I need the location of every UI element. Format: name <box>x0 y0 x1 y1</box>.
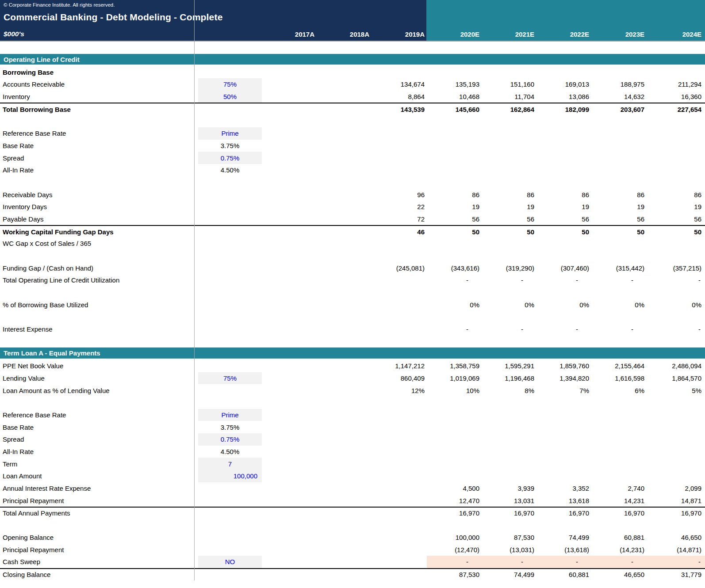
row-closing-balance: Closing Balance87,53074,49960,88146,6503… <box>0 568 705 580</box>
cell-principal-repayment-schedule-2019A <box>372 494 427 507</box>
cell-spread-tla-2022E <box>536 433 591 446</box>
cell-reference-base-rate-loc-2021E <box>482 127 536 140</box>
cell-spacer-top-2018A <box>317 42 372 54</box>
cell-pct-borrowing-base-utilized-2018A <box>317 298 372 311</box>
cell-annual-interest-rate-expense-2022E: 3,352 <box>536 482 591 495</box>
cell-total-borrowing-base-2023E: 203,607 <box>591 103 647 115</box>
cell-loan-amount-pct-of-lending-value-2020E: 10% <box>427 384 482 397</box>
input-value-term[interactable]: 7 <box>198 458 262 470</box>
cell-inventory-days-2024E: 19 <box>647 201 705 213</box>
cell-wc-gap-x-cost-2024E <box>647 237 705 250</box>
cell-spread-loc-2020E <box>427 152 482 164</box>
input-cell-loan-amount-pct-of-lending-value <box>195 384 262 397</box>
input-value-accounts-receivable[interactable]: 75% <box>198 78 262 91</box>
cell-spacer-3-2020E <box>427 250 482 262</box>
cell-spacer-2-2024E <box>647 176 705 189</box>
cell-spacer-3-2017A <box>262 250 317 262</box>
cell-reference-base-rate-loc-2023E <box>591 127 647 140</box>
spreadsheet: © Corporate Finance Institute. All right… <box>0 0 705 588</box>
label-wc-gap-x-cost: WC Gap x Cost of Sales / 365 <box>0 240 195 247</box>
cell-reference-base-rate-tla-2024E <box>647 409 705 421</box>
cell-spacer-8-2022E <box>536 519 591 531</box>
cell-receivable-days-2021E: 86 <box>482 188 536 201</box>
cell-principal-repayment-schedule-2023E: 14,231 <box>591 494 647 507</box>
input-value-reference-base-rate-loc[interactable]: Prime <box>198 127 262 140</box>
input-value-loan-amount[interactable]: 100,000 <box>198 470 262 482</box>
cell-spacer-6-2018A <box>317 336 372 348</box>
input-cell-payable-days <box>195 213 262 225</box>
cell-inventory-2024E: 16,360 <box>647 91 705 103</box>
cell-total-annual-payments-2017A <box>262 508 317 519</box>
label-reference-base-rate-loc: Reference Base Rate <box>0 130 195 137</box>
label-funding-gap: Funding Gap / (Cash on Hand) <box>0 264 195 272</box>
input-value-inventory[interactable]: 50% <box>198 91 262 103</box>
cell-all-in-rate-loc-2021E <box>482 164 536 176</box>
cell-annual-interest-rate-expense-2020E: 4,500 <box>427 482 482 495</box>
cell-spacer-7-2017A <box>262 397 317 409</box>
cell-lending-value-2022E: 1,394,820 <box>536 372 591 385</box>
input-value-cash-sweep[interactable]: NO <box>198 556 262 568</box>
year-col-2023E: 2023E <box>591 31 647 38</box>
cell-all-in-rate-tla-2018A <box>317 446 372 458</box>
input-value-lending-value[interactable]: 75% <box>198 372 262 385</box>
cell-base-rate-tla-2021E <box>482 421 536 433</box>
cell-ppe-net-book-value-2023E: 2,155,464 <box>591 360 647 372</box>
cell-ppe-net-book-value-2021E: 1,595,291 <box>482 360 536 372</box>
cell-funding-gap-2021E: (319,290) <box>482 262 536 274</box>
row-interest-expense: Interest Expense----- <box>0 323 705 336</box>
row-cash-sweep: Cash SweepNO----- <box>0 556 705 568</box>
row-borrowing-base: Borrowing Base <box>0 66 705 78</box>
label-base-rate-tla: Base Rate <box>0 424 195 431</box>
label-pct-borrowing-base-utilized: % of Borrowing Base Utilized <box>0 301 195 309</box>
cell-interest-expense-2021E: - <box>482 323 536 336</box>
label-interest-expense: Interest Expense <box>0 325 195 333</box>
input-cell-loan-amount: 100,000 <box>195 470 262 482</box>
cell-ppe-net-book-value-2024E: 2,486,094 <box>647 360 705 372</box>
cell-spacer-top-2024E <box>647 42 705 54</box>
input-cell-total-loc-utilization <box>195 274 262 286</box>
cell-borrowing-base-2023E <box>591 66 647 78</box>
row-funding-gap: Funding Gap / (Cash on Hand)(245,081)(34… <box>0 262 705 274</box>
cell-total-loc-utilization-2018A <box>317 274 372 286</box>
input-value-spread-tla[interactable]: 0.75% <box>198 433 262 446</box>
input-value-spread-loc[interactable]: 0.75% <box>198 152 262 164</box>
cell-spacer-7-2018A <box>317 397 372 409</box>
cell-borrowing-base-2019A <box>372 66 427 78</box>
cell-all-in-rate-tla-2023E <box>591 446 647 458</box>
row-spacer-7 <box>0 397 705 409</box>
cell-accounts-receivable-2017A <box>262 78 317 91</box>
cell-payable-days-2023E: 56 <box>591 213 647 225</box>
cell-spacer-3-2022E <box>536 250 591 262</box>
cell-total-loc-utilization-2024E: - <box>647 274 705 286</box>
cell-pct-borrowing-base-utilized-2017A <box>262 298 317 311</box>
cell-total-loc-utilization-2019A <box>372 274 427 286</box>
input-cell-principal-repayment-rollforward <box>195 543 262 556</box>
cell-spacer-top-2023E <box>591 42 647 54</box>
input-cell-receivable-days <box>195 188 262 201</box>
cell-term-2019A <box>372 458 427 470</box>
label-total-borrowing-base: Total Borrowing Base <box>0 106 195 113</box>
cell-pct-borrowing-base-utilized-2020E: 0% <box>427 298 482 311</box>
cell-term-2022E <box>536 458 591 470</box>
cell-accounts-receivable-2020E: 135,193 <box>427 78 482 91</box>
cell-spacer-1-2020E <box>427 115 482 127</box>
cell-accounts-receivable-2021E: 151,160 <box>482 78 536 91</box>
cell-base-rate-loc-2024E <box>647 140 705 152</box>
cell-principal-repayment-rollforward-2018A <box>317 543 372 556</box>
row-spacer-2 <box>0 176 705 189</box>
cell-inventory-2018A <box>317 91 372 103</box>
cell-inventory-2020E: 10,468 <box>427 91 482 103</box>
cell-inventory-days-2021E: 19 <box>482 201 536 213</box>
input-cell-borrowing-base <box>195 66 262 78</box>
cell-spacer-2-2020E <box>427 176 482 189</box>
input-cell-total-annual-payments <box>195 508 262 519</box>
input-value-reference-base-rate-tla[interactable]: Prime <box>198 409 262 421</box>
cell-spacer-4-2018A <box>317 286 372 299</box>
cell-spacer-5-2021E <box>482 311 536 323</box>
label-opening-balance: Opening Balance <box>0 534 195 541</box>
cell-closing-balance-2022E: 60,881 <box>536 569 591 580</box>
label-spread-loc: Spread <box>0 154 195 162</box>
input-cell-spacer-5 <box>195 311 262 323</box>
input-cell-spacer-2 <box>195 176 262 189</box>
cell-base-rate-tla-2020E <box>427 421 482 433</box>
